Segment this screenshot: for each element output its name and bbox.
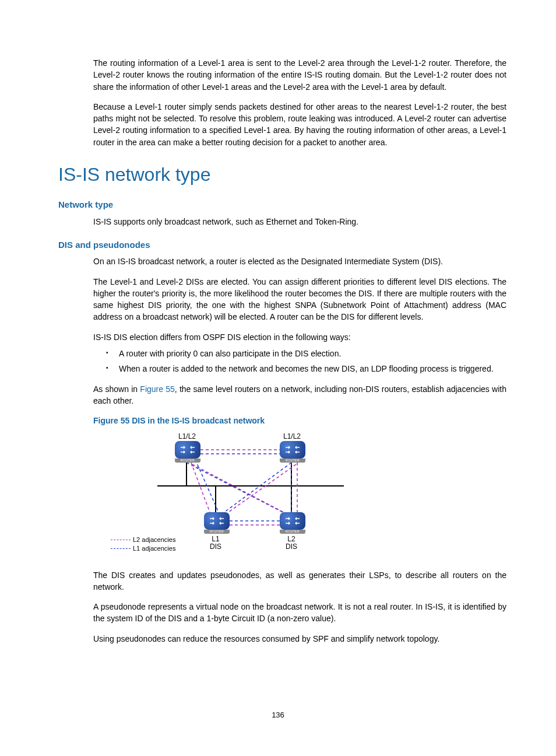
router-label: L1 DIS: [210, 536, 221, 551]
router-label: L1/L2: [178, 432, 196, 442]
router-base-label: ROUTER: [280, 459, 305, 463]
page-number: 136: [0, 710, 556, 721]
router-icon: ROUTER: [173, 441, 203, 463]
svg-line-13: [228, 464, 296, 512]
subheading-network-type: Network type: [58, 198, 506, 211]
text: L1: [212, 535, 219, 543]
svg-line-14: [192, 464, 287, 514]
heading-isis-network-type: IS-IS network type: [58, 161, 506, 188]
paragraph: The routing information of a Level-1 are…: [93, 57, 506, 93]
paragraph: Because a Level-1 router simply sends pa…: [93, 101, 506, 148]
paragraph: The Level-1 and Level-2 DISs are elected…: [93, 276, 506, 323]
router-label: L2 DIS: [286, 536, 297, 551]
legend-text: L1 adjacencies: [133, 545, 175, 552]
router-icon: ROUTER: [277, 512, 308, 534]
paragraph: As shown in Figure 55, the same level ro…: [93, 383, 506, 407]
paragraph: IS-IS supports only broadcast network, s…: [93, 216, 506, 228]
router-base-label: ROUTER: [175, 459, 200, 463]
paragraph: The DIS creates and updates pseudonodes,…: [93, 569, 506, 593]
paragraph: A pseudonode represents a virtual node o…: [93, 601, 506, 625]
router-icon: ROUTER: [277, 441, 308, 463]
paragraph: Using pseudonodes can reduce the resourc…: [93, 633, 506, 645]
paragraph: IS-IS DIS election differs from OSPF DIS…: [93, 331, 506, 343]
legend-l2: L2 adjacencies: [111, 536, 175, 545]
router-label: L1/L2: [283, 432, 301, 442]
text: L2: [287, 535, 295, 543]
legend-text: L2 adjacencies: [133, 536, 175, 543]
router-base-label: ROUTER: [204, 530, 230, 534]
text: As shown in: [93, 384, 140, 394]
router-base-label: ROUTER: [280, 530, 305, 534]
subheading-dis-pseudonodes: DIS and pseudonodes: [58, 239, 506, 251]
router-icon: ROUTER: [202, 512, 232, 534]
text: DIS: [210, 542, 221, 551]
legend-l1: L1 adjacencies: [111, 544, 175, 554]
text: DIS: [286, 542, 297, 551]
bullet-list: A router with priority 0 can also partic…: [93, 348, 506, 375]
figure-xref[interactable]: Figure 55: [140, 384, 174, 394]
list-item: A router with priority 0 can also partic…: [119, 348, 506, 359]
figure-dis-broadcast: ROUTER ROUTER ROUTER ROUTER L1/L2 L1/L2 …: [93, 430, 506, 559]
figure-caption: Figure 55 DIS in the IS-IS broadcast net…: [93, 415, 506, 426]
list-item: When a router is added to the network an…: [119, 363, 506, 374]
paragraph: On an IS-IS broadcast network, a router …: [93, 256, 506, 267]
